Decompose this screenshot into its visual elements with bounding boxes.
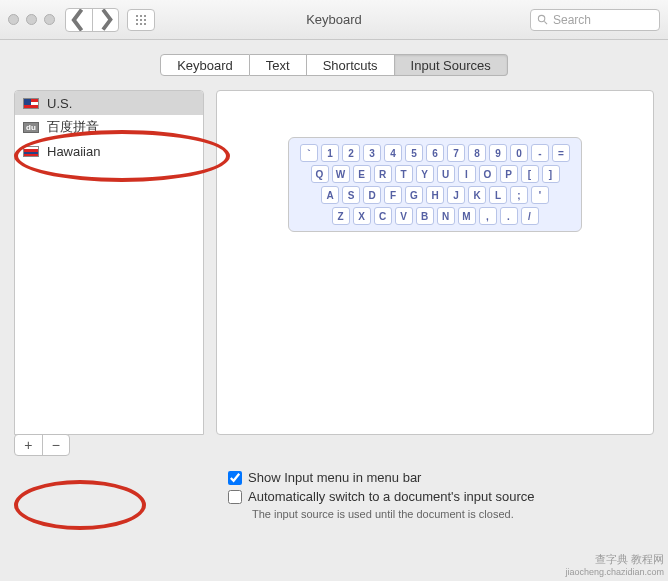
show-input-menu-checkbox[interactable] — [228, 471, 242, 485]
keyboard-key: 1 — [321, 144, 339, 162]
list-item-label: Hawaiian — [47, 144, 100, 159]
watermark: 查字典 教程网 jiaocheng.chazidian.com — [565, 552, 664, 577]
keyboard-key: O — [479, 165, 497, 183]
keyboard-key: N — [437, 207, 455, 225]
keyboard-key: 8 — [468, 144, 486, 162]
show-input-menu-label: Show Input menu in menu bar — [248, 470, 421, 485]
flag-hawaii-icon — [23, 146, 39, 157]
keyboard-key: 3 — [363, 144, 381, 162]
chevron-left-icon — [66, 8, 92, 32]
keyboard-key: 9 — [489, 144, 507, 162]
auto-switch-label: Automatically switch to a document's inp… — [248, 489, 534, 504]
list-item-label: U.S. — [47, 96, 72, 111]
grid-icon — [135, 14, 147, 26]
keyboard-key: G — [405, 186, 423, 204]
keyboard-key: 0 — [510, 144, 528, 162]
svg-point-7 — [140, 23, 142, 25]
keyboard-key: W — [332, 165, 350, 183]
keyboard-key: U — [437, 165, 455, 183]
keyboard-key: 5 — [405, 144, 423, 162]
keyboard-key: I — [458, 165, 476, 183]
show-all-prefs-button[interactable] — [127, 9, 155, 31]
svg-point-5 — [144, 19, 146, 21]
close-window-button[interactable] — [8, 14, 19, 25]
plus-icon: + — [24, 437, 32, 453]
add-remove-group: + − — [14, 434, 70, 456]
keyboard-key: [ — [521, 165, 539, 183]
keyboard-key: 6 — [426, 144, 444, 162]
svg-point-2 — [144, 15, 146, 17]
keyboard-key: Z — [332, 207, 350, 225]
svg-point-8 — [144, 23, 146, 25]
svg-point-1 — [140, 15, 142, 17]
keyboard-key: Y — [416, 165, 434, 183]
keyboard-key: C — [374, 207, 392, 225]
tab-keyboard[interactable]: Keyboard — [160, 54, 250, 76]
keyboard-key: 4 — [384, 144, 402, 162]
keyboard-key: H — [426, 186, 444, 204]
search-input[interactable]: Search — [530, 9, 660, 31]
keyboard-key: L — [489, 186, 507, 204]
baidu-du-icon: du — [23, 122, 39, 133]
keyboard-key: J — [447, 186, 465, 204]
traffic-lights — [8, 14, 55, 25]
keyboard-key: Q — [311, 165, 329, 183]
input-sources-list[interactable]: U.S. du 百度拼音 Hawaiian — [14, 90, 204, 435]
keyboard-key: X — [353, 207, 371, 225]
keyboard-key: K — [468, 186, 486, 204]
auto-switch-checkbox[interactable] — [228, 490, 242, 504]
keyboard-key: M — [458, 207, 476, 225]
annotation-oval-plusminus — [14, 480, 146, 530]
keyboard-layout-preview: `1234567890-= QWERTYUIOP[] ASDFGHJKL;' Z… — [288, 137, 582, 232]
keyboard-preview-panel: `1234567890-= QWERTYUIOP[] ASDFGHJKL;' Z… — [216, 90, 654, 435]
auto-switch-hint: The input source is used until the docum… — [252, 508, 654, 520]
search-icon — [537, 14, 548, 25]
add-input-source-button[interactable]: + — [15, 435, 42, 455]
keyboard-key: P — [500, 165, 518, 183]
keyboard-key: ] — [542, 165, 560, 183]
keyboard-key: B — [416, 207, 434, 225]
nav-back-forward-group — [65, 8, 119, 32]
keyboard-key: / — [521, 207, 539, 225]
list-item-us[interactable]: U.S. — [15, 91, 203, 115]
back-button[interactable] — [66, 9, 92, 31]
keyboard-key: ' — [531, 186, 549, 204]
minimize-window-button[interactable] — [26, 14, 37, 25]
svg-line-10 — [544, 21, 547, 24]
flag-us-icon — [23, 98, 39, 109]
svg-point-9 — [538, 15, 544, 21]
keyboard-key: 7 — [447, 144, 465, 162]
list-item-baidu-pinyin[interactable]: du 百度拼音 — [15, 115, 203, 139]
keyboard-key: ` — [300, 144, 318, 162]
search-placeholder: Search — [553, 13, 591, 27]
remove-input-source-button[interactable]: − — [42, 435, 70, 455]
forward-button[interactable] — [92, 9, 118, 31]
svg-point-6 — [136, 23, 138, 25]
keyboard-key: 2 — [342, 144, 360, 162]
tab-input-sources[interactable]: Input Sources — [395, 54, 508, 76]
titlebar: Keyboard Search — [0, 0, 668, 40]
keyboard-key: E — [353, 165, 371, 183]
keyboard-key: T — [395, 165, 413, 183]
svg-point-4 — [140, 19, 142, 21]
keyboard-key: A — [321, 186, 339, 204]
keyboard-key: R — [374, 165, 392, 183]
tab-text[interactable]: Text — [250, 54, 307, 76]
keyboard-key: = — [552, 144, 570, 162]
keyboard-key: D — [363, 186, 381, 204]
minus-icon: − — [52, 437, 60, 453]
keyboard-key: V — [395, 207, 413, 225]
tab-shortcuts[interactable]: Shortcuts — [307, 54, 395, 76]
keyboard-key: . — [500, 207, 518, 225]
keyboard-key: - — [531, 144, 549, 162]
list-item-hawaiian[interactable]: Hawaiian — [15, 139, 203, 163]
keyboard-key: F — [384, 186, 402, 204]
keyboard-key: , — [479, 207, 497, 225]
keyboard-key: ; — [510, 186, 528, 204]
keyboard-key: S — [342, 186, 360, 204]
svg-point-0 — [136, 15, 138, 17]
chevron-right-icon — [93, 8, 118, 32]
list-item-label: 百度拼音 — [47, 118, 99, 136]
tab-bar: Keyboard Text Shortcuts Input Sources — [14, 54, 654, 76]
zoom-window-button[interactable] — [44, 14, 55, 25]
